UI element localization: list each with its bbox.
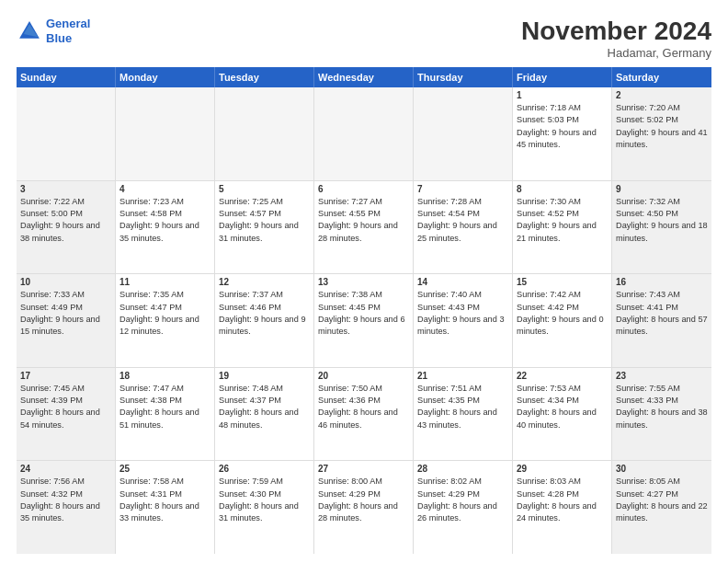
day-number: 6: [318, 184, 409, 194]
day-detail: Sunrise: 7:32 AMSunset: 4:50 PMDaylight:…: [616, 196, 708, 245]
day-number: 23: [616, 371, 708, 381]
day-number: 18: [119, 371, 210, 381]
header-day-friday: Friday: [513, 67, 612, 87]
day-cell-3: 3Sunrise: 7:22 AMSunset: 5:00 PMDaylight…: [17, 181, 116, 274]
day-number: 15: [517, 277, 608, 287]
calendar-header: SundayMondayTuesdayWednesdayThursdayFrid…: [17, 67, 711, 87]
header-day-monday: Monday: [116, 67, 215, 87]
day-cell-4: 4Sunrise: 7:23 AMSunset: 4:58 PMDaylight…: [116, 181, 215, 274]
day-detail: Sunrise: 8:00 AMSunset: 4:29 PMDaylight:…: [318, 476, 409, 524]
calendar-row-4: 17Sunrise: 7:45 AMSunset: 4:39 PMDayligh…: [17, 368, 711, 462]
day-detail: Sunrise: 7:23 AMSunset: 4:58 PMDaylight:…: [119, 196, 210, 245]
day-number: 22: [517, 371, 608, 381]
day-cell-30: 30Sunrise: 8:05 AMSunset: 4:27 PMDayligh…: [612, 461, 711, 554]
day-number: 25: [119, 464, 210, 474]
logo-line2: Blue: [46, 31, 72, 45]
calendar-row-2: 3Sunrise: 7:22 AMSunset: 5:00 PMDaylight…: [17, 181, 711, 275]
empty-cell: [116, 87, 215, 180]
day-cell-5: 5Sunrise: 7:25 AMSunset: 4:57 PMDaylight…: [215, 181, 314, 274]
day-detail: Sunrise: 7:50 AMSunset: 4:36 PMDaylight:…: [318, 383, 409, 431]
day-detail: Sunrise: 7:27 AMSunset: 4:55 PMDaylight:…: [318, 196, 409, 245]
day-cell-19: 19Sunrise: 7:48 AMSunset: 4:37 PMDayligh…: [215, 368, 314, 461]
calendar-row-1: 1Sunrise: 7:18 AMSunset: 5:03 PMDaylight…: [17, 87, 711, 181]
day-number: 4: [119, 184, 210, 194]
day-number: 19: [219, 371, 310, 381]
day-number: 2: [616, 90, 708, 100]
day-detail: Sunrise: 8:02 AMSunset: 4:29 PMDaylight:…: [417, 476, 508, 524]
day-detail: Sunrise: 7:18 AMSunset: 5:03 PMDaylight:…: [517, 102, 608, 151]
day-detail: Sunrise: 7:53 AMSunset: 4:34 PMDaylight:…: [517, 383, 608, 431]
day-detail: Sunrise: 7:59 AMSunset: 4:30 PMDaylight:…: [219, 476, 310, 524]
day-detail: Sunrise: 7:51 AMSunset: 4:35 PMDaylight:…: [417, 383, 508, 431]
day-detail: Sunrise: 8:05 AMSunset: 4:27 PMDaylight:…: [616, 476, 708, 524]
day-cell-16: 16Sunrise: 7:43 AMSunset: 4:41 PMDayligh…: [612, 274, 711, 367]
calendar-row-5: 24Sunrise: 7:56 AMSunset: 4:32 PMDayligh…: [17, 461, 711, 554]
empty-cell: [414, 87, 513, 180]
day-number: 3: [20, 184, 111, 194]
header-day-saturday: Saturday: [612, 67, 711, 87]
empty-cell: [314, 87, 414, 180]
day-cell-7: 7Sunrise: 7:28 AMSunset: 4:54 PMDaylight…: [414, 181, 513, 274]
day-detail: Sunrise: 7:28 AMSunset: 4:54 PMDaylight:…: [417, 196, 508, 245]
day-number: 28: [417, 464, 508, 474]
day-cell-29: 29Sunrise: 8:03 AMSunset: 4:28 PMDayligh…: [513, 461, 612, 554]
day-number: 12: [219, 277, 310, 287]
logo-icon: [17, 18, 42, 44]
header-day-wednesday: Wednesday: [314, 67, 414, 87]
day-detail: Sunrise: 7:40 AMSunset: 4:43 PMDaylight:…: [417, 289, 508, 338]
day-number: 24: [20, 464, 111, 474]
month-title: November 2024: [521, 17, 711, 46]
day-cell-18: 18Sunrise: 7:47 AMSunset: 4:38 PMDayligh…: [116, 368, 215, 461]
day-number: 21: [417, 371, 508, 381]
logo: General Blue: [17, 17, 90, 45]
day-cell-12: 12Sunrise: 7:37 AMSunset: 4:46 PMDayligh…: [215, 274, 314, 367]
title-block: November 2024 Hadamar, Germany: [521, 17, 711, 60]
day-number: 20: [318, 371, 409, 381]
page: General Blue November 2024 Hadamar, Germ…: [0, 0, 728, 563]
day-cell-10: 10Sunrise: 7:33 AMSunset: 4:49 PMDayligh…: [17, 274, 116, 367]
location: Hadamar, Germany: [521, 46, 711, 60]
day-cell-17: 17Sunrise: 7:45 AMSunset: 4:39 PMDayligh…: [17, 368, 116, 461]
day-cell-14: 14Sunrise: 7:40 AMSunset: 4:43 PMDayligh…: [414, 274, 513, 367]
day-cell-21: 21Sunrise: 7:51 AMSunset: 4:35 PMDayligh…: [414, 368, 513, 461]
day-cell-13: 13Sunrise: 7:38 AMSunset: 4:45 PMDayligh…: [314, 274, 414, 367]
day-cell-20: 20Sunrise: 7:50 AMSunset: 4:36 PMDayligh…: [314, 368, 414, 461]
day-number: 9: [616, 184, 708, 194]
day-detail: Sunrise: 7:55 AMSunset: 4:33 PMDaylight:…: [616, 383, 708, 431]
header: General Blue November 2024 Hadamar, Germ…: [17, 17, 711, 60]
day-cell-26: 26Sunrise: 7:59 AMSunset: 4:30 PMDayligh…: [215, 461, 314, 554]
day-cell-24: 24Sunrise: 7:56 AMSunset: 4:32 PMDayligh…: [17, 461, 116, 554]
day-detail: Sunrise: 7:37 AMSunset: 4:46 PMDaylight:…: [219, 289, 310, 338]
day-detail: Sunrise: 7:47 AMSunset: 4:38 PMDaylight:…: [119, 383, 210, 431]
day-number: 30: [616, 464, 708, 474]
day-number: 13: [318, 277, 409, 287]
day-number: 10: [20, 277, 111, 287]
day-detail: Sunrise: 7:48 AMSunset: 4:37 PMDaylight:…: [219, 383, 310, 431]
day-number: 17: [20, 371, 111, 381]
logo-line1: General: [46, 17, 90, 30]
empty-cell: [17, 87, 116, 180]
logo-text: General Blue: [46, 17, 90, 45]
day-number: 16: [616, 277, 708, 287]
day-number: 11: [119, 277, 210, 287]
day-cell-1: 1Sunrise: 7:18 AMSunset: 5:03 PMDaylight…: [513, 87, 612, 180]
header-day-tuesday: Tuesday: [215, 67, 314, 87]
day-cell-23: 23Sunrise: 7:55 AMSunset: 4:33 PMDayligh…: [612, 368, 711, 461]
day-cell-2: 2Sunrise: 7:20 AMSunset: 5:02 PMDaylight…: [612, 87, 711, 180]
day-cell-22: 22Sunrise: 7:53 AMSunset: 4:34 PMDayligh…: [513, 368, 612, 461]
day-cell-6: 6Sunrise: 7:27 AMSunset: 4:55 PMDaylight…: [314, 181, 414, 274]
empty-cell: [215, 87, 314, 180]
day-number: 26: [219, 464, 310, 474]
day-number: 29: [517, 464, 608, 474]
day-cell-11: 11Sunrise: 7:35 AMSunset: 4:47 PMDayligh…: [116, 274, 215, 367]
day-detail: Sunrise: 7:45 AMSunset: 4:39 PMDaylight:…: [20, 383, 111, 431]
day-detail: Sunrise: 7:30 AMSunset: 4:52 PMDaylight:…: [517, 196, 608, 245]
day-cell-9: 9Sunrise: 7:32 AMSunset: 4:50 PMDaylight…: [612, 181, 711, 274]
header-day-sunday: Sunday: [17, 67, 116, 87]
day-detail: Sunrise: 7:35 AMSunset: 4:47 PMDaylight:…: [119, 289, 210, 338]
day-number: 14: [417, 277, 508, 287]
day-detail: Sunrise: 7:38 AMSunset: 4:45 PMDaylight:…: [318, 289, 409, 338]
day-detail: Sunrise: 8:03 AMSunset: 4:28 PMDaylight:…: [517, 476, 608, 524]
calendar: SundayMondayTuesdayWednesdayThursdayFrid…: [17, 67, 711, 554]
day-detail: Sunrise: 7:22 AMSunset: 5:00 PMDaylight:…: [20, 196, 111, 245]
